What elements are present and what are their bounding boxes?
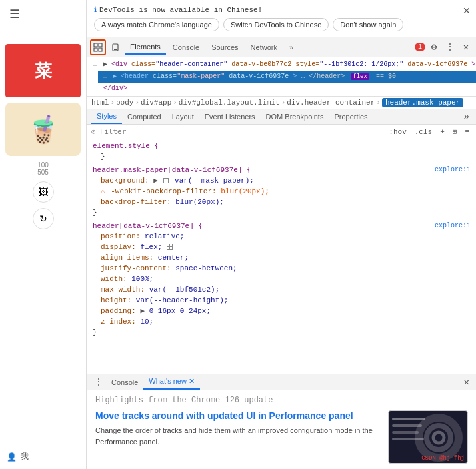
tab-network[interactable]: Network: [245, 41, 283, 54]
css-rule-header: header[data-v-1cf6937e] { explore:1 posi…: [87, 219, 476, 339]
bottom-drawer: ⋮ Console What's new ✕ ✕ Highlights from…: [87, 374, 476, 469]
breadcrumb-app[interactable]: div#app: [141, 99, 171, 107]
svg-rect-1: [94, 48, 97, 51]
sidebar-label-jianshen: 健身: [0, 28, 86, 41]
drawer-menu-button[interactable]: ⋮: [91, 376, 106, 388]
svg-rect-3: [99, 48, 102, 51]
filter-icon: ⊘: [91, 127, 96, 136]
css-prop-justify-content: justify-content: space-between;: [93, 263, 471, 274]
filter-bar: ⊘ :hov .cls + ⊞ ≡: [87, 125, 476, 139]
html-line-1[interactable]: … ▶ <div class="header-container" data-v…: [87, 59, 476, 71]
settings-button[interactable]: ⚙: [427, 40, 441, 55]
sidebar-red-block: 菜: [5, 44, 81, 97]
drawer-tab-console[interactable]: Console: [106, 376, 143, 389]
breadcrumb-html[interactable]: html: [91, 99, 109, 107]
svg-rect-0: [94, 43, 97, 47]
switch-devtools-button[interactable]: Switch DevTools to Chinese: [223, 18, 329, 31]
tab-properties[interactable]: Properties: [329, 109, 373, 124]
html-line-2[interactable]: … ▶ <header class="mask-paper" data-v-1c…: [98, 71, 476, 83]
error-badge: 1: [415, 43, 425, 51]
computed-view-button[interactable]: ≡: [462, 127, 472, 137]
hov-button[interactable]: :hov: [386, 127, 409, 137]
notification-bar: ℹ DevTools is now available in Chinese! …: [87, 0, 476, 37]
tab-event-listeners[interactable]: Event Listeners: [199, 109, 261, 124]
sidebar-user[interactable]: 👤 我: [0, 444, 86, 469]
drawer-content: Highlights from the Chrome 126 update Mo…: [87, 390, 476, 469]
css-link-1[interactable]: explore:1: [435, 165, 471, 175]
css-selector-mask-paper[interactable]: header.mask-paper[data-v-1cf6937e] {: [93, 166, 251, 174]
more-options-button[interactable]: ⋮: [443, 40, 457, 55]
notification-buttons: Always match Chrome's language Switch De…: [94, 18, 469, 31]
css-prop-display: display: flex;: [93, 242, 471, 252]
devtools-panel: ℹ DevTools is now available in Chinese! …: [87, 0, 476, 469]
css-prop-align-items: align-items: center;: [93, 252, 471, 263]
css-rule-mask-paper: header.mask-paper[data-v-1cf6937e] { exp…: [87, 163, 476, 219]
layout-view-button[interactable]: ⊞: [450, 127, 460, 137]
styles-tabs: Styles Computed Layout Event Listeners D…: [87, 109, 476, 125]
svg-rect-13: [392, 438, 424, 440]
css-rules-area: element.style { } header.mask-paper[data…: [87, 139, 476, 374]
sidebar-image: 🧋: [5, 103, 81, 156]
close-devtools-button[interactable]: ✕: [459, 40, 473, 55]
css-prop-position: position: relative;: [93, 231, 471, 242]
tab-elements[interactable]: Elements: [125, 40, 166, 55]
dont-show-button[interactable]: Don't show again: [333, 18, 403, 31]
always-match-button[interactable]: Always match Chrome's language: [94, 18, 219, 31]
filter-input[interactable]: [100, 127, 383, 136]
image-icon: 🖼: [39, 187, 48, 197]
refresh-icon: ↻: [39, 213, 47, 224]
whats-new-thumbnail: CSDN @hj_fhj: [388, 410, 468, 464]
styles-tabs-more[interactable]: »: [461, 109, 472, 124]
css-link-2[interactable]: explore:1: [435, 221, 471, 231]
cls-button[interactable]: .cls: [412, 127, 435, 137]
csdn-watermark: CSDN @hj_fhj: [421, 455, 465, 462]
breadcrumb-mask-paper[interactable]: header.mask-paper: [382, 98, 463, 107]
css-prop-height: height: var(--header-height);: [93, 295, 471, 306]
whats-new-title: Highlights from the Chrome 126 update: [95, 396, 468, 405]
tab-styles[interactable]: Styles: [91, 109, 122, 124]
tab-sources[interactable]: Sources: [206, 41, 243, 54]
css-prop-width: width: 100%;: [93, 274, 471, 284]
drawer-tabs: ⋮ Console What's new ✕ ✕: [87, 374, 476, 390]
whats-new-article: Move tracks around with updated UI in Pe…: [95, 410, 468, 464]
tab-console[interactable]: Console: [167, 41, 205, 54]
html-inspector: … ▶ <div class="header-container" data-v…: [87, 57, 476, 97]
css-prop-max-width: max-width: var(--1bf501c2);: [93, 284, 471, 295]
notification-title: ℹ DevTools is now available in Chinese!: [94, 5, 469, 14]
filter-actions: :hov .cls + ⊞ ≡: [386, 127, 472, 137]
tab-more[interactable]: »: [284, 41, 299, 54]
refresh-button[interactable]: ↻: [33, 208, 54, 229]
user-icon: 👤: [7, 452, 17, 462]
sidebar-numbers: 100 505: [5, 161, 81, 176]
svg-rect-11: [392, 424, 422, 427]
whats-new-body: Change the order of tracks and hide them…: [95, 425, 380, 447]
svg-rect-10: [392, 418, 425, 420]
breadcrumb: html › body › div#app › div#global.layou…: [87, 97, 476, 109]
image-button[interactable]: 🖼: [33, 181, 54, 203]
device-toolbar-button[interactable]: [107, 39, 123, 55]
css-prop-background: background: ▶ var(--mask-paper);: [93, 175, 471, 186]
breadcrumb-header-container[interactable]: div.header-container: [287, 99, 375, 107]
svg-rect-2: [99, 43, 102, 47]
breadcrumb-body[interactable]: body: [116, 99, 133, 107]
drawer-tab-whats-new[interactable]: What's new ✕: [143, 374, 200, 390]
svg-rect-5: [114, 49, 117, 50]
css-prop-webkit-backdrop: ⚠ -webkit-backdrop-filter: blur(20px);: [93, 186, 471, 197]
tab-computed[interactable]: Computed: [122, 109, 167, 124]
html-line-3[interactable]: </div>: [98, 83, 476, 95]
css-selector-header[interactable]: header[data-v-1cf6937e] {: [93, 222, 203, 230]
user-label: 我: [21, 451, 29, 462]
css-rule-element-style: element.style { }: [87, 139, 476, 163]
css-selector-element-style[interactable]: element.style {: [93, 142, 159, 150]
drawer-close-button[interactable]: ✕: [461, 376, 472, 388]
inspect-element-button[interactable]: [90, 39, 106, 55]
svg-rect-12: [392, 431, 419, 434]
tab-layout[interactable]: Layout: [167, 109, 199, 124]
notification-close-button[interactable]: ✕: [463, 5, 471, 16]
breadcrumb-global[interactable]: div#global.layout.limit: [179, 99, 280, 107]
css-prop-padding: padding: ▶ 0 16px 0 24px;: [93, 306, 471, 316]
tab-dom-breakpoints[interactable]: DOM Breakpoints: [261, 109, 329, 124]
add-style-button[interactable]: +: [437, 127, 447, 137]
menu-icon[interactable]: ☰: [0, 0, 86, 28]
devtools-toolbar: Elements Console Sources Network » 1 ⚙ ⋮…: [87, 37, 476, 57]
